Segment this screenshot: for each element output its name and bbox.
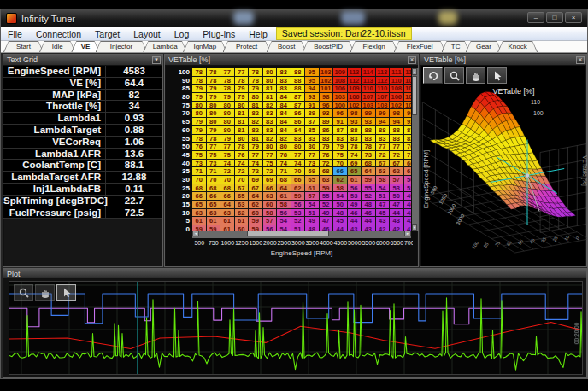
ve-cell[interactable]: 49 xyxy=(348,201,362,209)
ve-cell[interactable]: 82 xyxy=(249,126,263,135)
ve-cell[interactable]: 87 xyxy=(305,118,320,126)
ve-cell[interactable]: 77 xyxy=(305,151,320,160)
ve-cell[interactable]: 110 xyxy=(404,68,412,77)
ve-cell[interactable]: 75 xyxy=(333,151,348,160)
ve-cell[interactable]: 67 xyxy=(249,184,263,193)
ve-cell[interactable]: 76 xyxy=(235,151,250,160)
ve-cell[interactable]: 78 xyxy=(249,77,263,85)
ve-cell[interactable]: 55 xyxy=(362,184,376,193)
ve-cell[interactable]: 93 xyxy=(305,93,320,102)
ve-cell[interactable]: 71 xyxy=(192,167,207,176)
ve-cell[interactable]: 74 xyxy=(249,160,263,168)
ve-cell[interactable]: 52 xyxy=(362,192,376,201)
ve-cell[interactable]: 63 xyxy=(192,209,207,218)
ve-cell[interactable]: 58 xyxy=(263,209,278,218)
pointer-icon[interactable] xyxy=(56,284,76,301)
ve-cell[interactable]: 80 xyxy=(207,102,221,110)
ve-cell[interactable]: 75 xyxy=(192,151,207,160)
ve-cell[interactable]: 44 xyxy=(348,217,362,225)
ve-cell[interactable]: 77 xyxy=(291,151,306,160)
ve-cell[interactable]: 65 xyxy=(235,192,250,201)
ve-cell[interactable]: 83 xyxy=(320,135,334,143)
ve-cell[interactable]: 54 xyxy=(376,184,391,193)
ve-cell[interactable]: 84 xyxy=(277,93,291,102)
close-button[interactable]: × xyxy=(565,12,582,23)
ve-cell[interactable]: 69 xyxy=(249,176,263,184)
ve-cell[interactable]: 96 xyxy=(320,102,334,110)
ve-cell[interactable]: 112 xyxy=(348,77,362,85)
ve-cell[interactable]: 81 xyxy=(235,118,250,126)
ve-cell[interactable]: 80 xyxy=(207,118,221,126)
ve-cell[interactable]: 106 xyxy=(390,93,404,102)
ve-cell[interactable]: 73 xyxy=(192,160,207,168)
ve-cell[interactable]: 78 xyxy=(220,77,235,85)
ve-cell[interactable]: 107 xyxy=(376,93,391,102)
ve-cell[interactable]: 79 xyxy=(249,85,263,93)
ve-cell[interactable]: 53 xyxy=(348,192,362,201)
ve-cell[interactable]: 74 xyxy=(220,160,235,168)
ve-cell[interactable]: 80 xyxy=(263,77,278,85)
menu-item-target[interactable]: Target xyxy=(88,27,126,41)
ve-cell[interactable]: 79 xyxy=(192,93,207,102)
ve-cell[interactable]: 70 xyxy=(220,176,235,184)
ve-cell[interactable]: 100 xyxy=(333,102,348,110)
pointer-icon[interactable] xyxy=(487,67,507,84)
ve-cell[interactable]: 75 xyxy=(263,160,278,168)
ve-cell[interactable]: 61 xyxy=(277,192,291,201)
ve-cell[interactable]: 78 xyxy=(249,68,263,77)
ve-cell[interactable]: 57 xyxy=(305,192,320,201)
ve-cell[interactable]: 87 xyxy=(404,126,412,135)
ve-cell[interactable]: 80 xyxy=(220,109,235,118)
ve-cell[interactable]: 69 xyxy=(305,167,320,176)
ve-cell[interactable]: 94 xyxy=(305,85,320,93)
ve-cell[interactable]: 113 xyxy=(362,77,376,85)
ve-cell[interactable]: 49 xyxy=(404,192,412,201)
ve-cell[interactable]: 51 xyxy=(305,209,320,218)
ve-cell[interactable]: 106 xyxy=(333,85,348,93)
ve-cell[interactable]: 73 xyxy=(207,160,221,168)
ve-cell[interactable]: 64 xyxy=(220,201,235,209)
ve-cell[interactable]: 51 xyxy=(376,192,391,201)
ve-cell[interactable]: 66 xyxy=(333,167,348,176)
ve-cell[interactable]: 99 xyxy=(376,109,391,118)
ve-cell[interactable]: 80 xyxy=(220,126,235,135)
ve-cell[interactable]: 89 xyxy=(320,118,334,126)
ve-cell[interactable]: 45 xyxy=(333,217,348,225)
ve-cell[interactable]: 66 xyxy=(263,184,278,193)
ve-cell[interactable]: 57 xyxy=(390,176,404,184)
ve-cell[interactable]: 77 xyxy=(390,143,404,151)
ve-cell[interactable]: 107 xyxy=(362,93,376,102)
tab-knock[interactable]: Knock xyxy=(497,41,538,52)
ve-cell[interactable]: 108 xyxy=(390,85,404,93)
chevron-down-icon[interactable]: ▼ xyxy=(152,56,161,64)
ve-cell[interactable]: 44 xyxy=(390,209,404,218)
ve-cell[interactable]: 66 xyxy=(291,176,306,184)
ve-cell[interactable]: 78 xyxy=(362,143,376,151)
ve-cell[interactable]: 83 xyxy=(305,135,320,143)
ve-cell[interactable]: 84 xyxy=(291,126,306,135)
close-icon[interactable]: ✕ xyxy=(576,56,585,64)
ve-cell[interactable]: 67 xyxy=(390,160,404,168)
ve-cell[interactable]: 114 xyxy=(362,68,376,77)
ve-cell[interactable]: 56 xyxy=(404,176,412,184)
ve-cell[interactable]: 86 xyxy=(320,126,334,135)
pan-hand-icon[interactable] xyxy=(466,67,485,84)
ve-cell[interactable]: 68 xyxy=(207,184,221,193)
ve-cell[interactable]: 80 xyxy=(207,109,221,118)
ve-cell[interactable]: 69 xyxy=(263,176,278,184)
ve-cell[interactable]: 42 xyxy=(404,217,412,225)
ve-cell[interactable]: 78 xyxy=(277,151,291,160)
tab-lambda[interactable]: Lambda xyxy=(143,41,187,52)
zoom-icon[interactable] xyxy=(14,284,33,301)
ve-cell[interactable]: 91 xyxy=(333,118,348,126)
ve-cell[interactable]: 59 xyxy=(320,184,334,193)
ve-cell[interactable]: 79 xyxy=(207,93,221,102)
ve-cell[interactable]: 81 xyxy=(235,109,250,118)
ve-cell[interactable]: 47 xyxy=(320,217,334,225)
ve-cell[interactable]: 65 xyxy=(192,201,207,209)
ve-cell[interactable]: 72 xyxy=(376,151,391,160)
ve-cell[interactable]: 88 xyxy=(390,126,404,135)
tab-protect[interactable]: Protect xyxy=(223,41,271,52)
ve-cell[interactable]: 72 xyxy=(220,167,235,176)
ve-cell[interactable]: 50 xyxy=(333,201,348,209)
